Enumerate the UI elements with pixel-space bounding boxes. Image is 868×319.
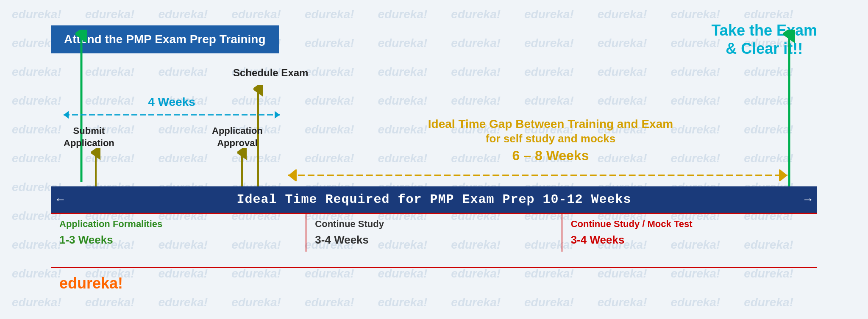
bottom-col2-weeks-text: 3-4 Weeks bbox=[315, 233, 369, 246]
bottom-col2-label: Continue Study bbox=[315, 218, 553, 231]
application-approval-label: Application Approval bbox=[212, 125, 263, 149]
red-line-top bbox=[51, 213, 817, 214]
ideal-gap-subtitle: for self study and mocks bbox=[343, 132, 758, 146]
four-weeks-arrow bbox=[59, 111, 284, 119]
ideal-gap-weeks-text: 6 – 8 Weeks bbox=[512, 148, 589, 163]
schedule-exam-label: Schedule Exam bbox=[233, 67, 308, 79]
schedule-exam-text: Schedule Exam bbox=[233, 67, 308, 78]
bottom-col2-weeks: 3-4 Weeks bbox=[315, 233, 553, 247]
submit-application-label: Submit Application bbox=[64, 125, 114, 149]
four-weeks-container: 4 Weeks bbox=[59, 95, 284, 119]
bottom-col3-weeks-text: 3-4 Weeks bbox=[571, 233, 625, 246]
bottom-col3-label: Continue Study / Mock Test bbox=[571, 218, 809, 231]
submit-app-line1: Submit bbox=[64, 125, 114, 137]
ideal-gap-title-text: Ideal Time Gap Between Training and Exam bbox=[428, 117, 673, 130]
bottom-col-1: Application Formalities 1-3 Weeks bbox=[51, 213, 306, 252]
bottom-col1-weeks: 1-3 Weeks bbox=[59, 233, 297, 247]
arrow-submit-up bbox=[91, 148, 100, 192]
take-exam-line2: & Clear it!! bbox=[712, 39, 817, 58]
brand-exclamation: ! bbox=[118, 275, 123, 292]
ideal-gap-weeks: 6 – 8 Weeks bbox=[343, 148, 758, 164]
timeline-bar-text: Ideal Time Required for PMP Exam Prep 10… bbox=[236, 192, 631, 207]
take-exam-label: Take the Exam & Clear it!! bbox=[712, 21, 817, 58]
submit-app-line2: Application bbox=[64, 137, 114, 150]
bottom-col2-label-text: Continue Study bbox=[315, 219, 384, 229]
timeline-arrow-right-icon: → bbox=[802, 193, 814, 206]
timeline-arrow-left-icon: ← bbox=[54, 193, 66, 206]
ideal-gap-container: Ideal Time Gap Between Training and Exam… bbox=[343, 117, 758, 164]
timeline-bar: ← Ideal Time Required for PMP Exam Prep … bbox=[51, 186, 817, 213]
app-approval-line1: Application bbox=[212, 125, 263, 137]
ideal-gap-subtitle-text: for self study and mocks bbox=[486, 132, 615, 145]
bottom-section: Application Formalities 1-3 Weeks Contin… bbox=[51, 213, 817, 252]
bottom-col1-label-text: Application Formalities bbox=[59, 219, 162, 229]
four-weeks-text: 4 Weeks bbox=[148, 95, 195, 108]
bottom-col-2: Continue Study 3-4 Weeks bbox=[306, 213, 562, 252]
brand-text: edureka bbox=[59, 275, 118, 292]
red-line-bottom bbox=[51, 267, 817, 268]
bottom-col3-weeks: 3-4 Weeks bbox=[571, 233, 809, 247]
bottom-col3-label-text: Continue Study / Mock Test bbox=[571, 219, 693, 229]
four-weeks-label: 4 Weeks bbox=[59, 95, 284, 109]
bottom-col1-weeks-text: 1-3 Weeks bbox=[59, 233, 113, 246]
bottom-col1-label: Application Formalities bbox=[59, 218, 297, 231]
gold-arrow-container bbox=[284, 169, 792, 181]
training-box-label: Attend the PMP Exam Prep Training bbox=[64, 33, 266, 46]
bottom-col-3: Continue Study / Mock Test 3-4 Weeks bbox=[562, 213, 817, 252]
arrow-exam-up bbox=[783, 30, 795, 188]
brand: edureka! bbox=[59, 275, 123, 292]
take-exam-line1: Take the Exam bbox=[712, 21, 817, 39]
app-approval-line2: Approval bbox=[212, 137, 263, 150]
arrow-approval-up bbox=[237, 148, 247, 192]
ideal-gap-title: Ideal Time Gap Between Training and Exam bbox=[343, 117, 758, 132]
